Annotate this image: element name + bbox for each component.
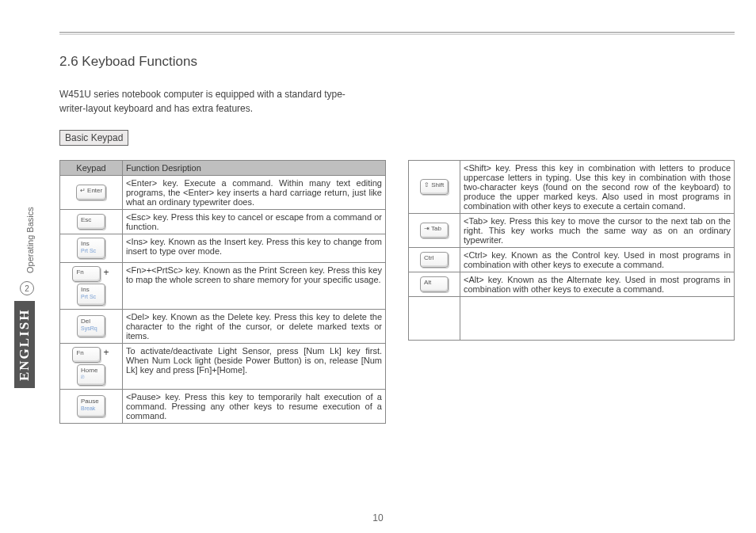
keypad-cell [409, 297, 460, 341]
table-row: ⇥ Tab<Tab> key. Press this key to move t… [409, 214, 735, 248]
description-cell: <Ctrl> key. Known as the Control key. Us… [460, 248, 735, 272]
side-label-block: Operating Basics 2 ENGLISH [14, 178, 35, 376]
table-row [409, 297, 735, 341]
header-description: Function Desription [123, 161, 386, 176]
plus-icon: + [103, 347, 109, 358]
keypad-cell: PauseBreak [60, 390, 123, 424]
description-cell: <Tab> key. Press this key to move the cu… [460, 214, 735, 248]
description-cell: <Pause> key. Press this key to temporari… [123, 390, 386, 424]
description-cell: <Shift> key. Press this key in combinati… [460, 161, 735, 214]
keycap-icon: Fn [72, 347, 101, 363]
table-row: Fn+InsPrt Sc<Fn>+<PrtSc> key. Known as t… [60, 263, 386, 309]
keycap-icon: PauseBreak [77, 395, 105, 417]
description-cell: <Fn>+<PrtSc> key. Known as the Print Scr… [123, 263, 386, 309]
table-row: ↵ Enter<Enter> key. Execute a command. W… [60, 176, 386, 210]
keypad-cell: ↵ Enter [60, 176, 123, 210]
keypad-cell: ⇥ Tab [409, 214, 460, 248]
description-cell: <Esc> key. Press this key to cancel or e… [123, 210, 386, 234]
page-number: 10 [0, 512, 756, 523]
keycap-icon: Esc [77, 214, 105, 230]
keycap-icon: Alt [420, 276, 449, 292]
table-row: Fn+Home⎚To activate/deactivate Light Sen… [60, 343, 386, 389]
table-row: Ctrl<Ctrl> key. Known as the Control key… [409, 248, 735, 272]
table-row: Esc<Esc> key. Press this key to cancel o… [60, 210, 386, 234]
keypad-cell: ⇧ Shift [409, 161, 460, 214]
table-row: PauseBreak<Pause> key. Press this key to… [60, 390, 386, 424]
plus-icon: + [103, 267, 109, 278]
description-cell: <Enter> key. Execute a command. Within m… [123, 176, 386, 210]
keycap-icon: DelSysRq [77, 315, 105, 337]
keycap-icon: Fn [72, 266, 101, 282]
keypad-table-left: Keypad Function Desription ↵ Enter<Enter… [59, 160, 386, 424]
left-column: Keypad Function Desription ↵ Enter<Enter… [59, 160, 386, 424]
description-cell [460, 297, 735, 341]
section-label: Basic Keypad [59, 130, 128, 146]
description-cell: To activate/deactivate Light Sensor, pre… [123, 343, 386, 389]
page-content: 2.6 Keyboad Functions W451U series noteb… [59, 49, 735, 509]
description-cell: <Alt> key. Known as the Alternate key. U… [460, 272, 735, 297]
keycap-icon: Ctrl [420, 252, 449, 268]
right-column: ⇧ Shift<Shift> key. Press this key in co… [408, 160, 735, 424]
keycap-icon: ↵ Enter [76, 185, 106, 200]
keypad-cell: Esc [60, 210, 123, 234]
top-rule [59, 32, 735, 35]
table-row: Alt<Alt> key. Known as the Alternate key… [409, 272, 735, 297]
intro-line-2: writer-layout keyboard and has extra fea… [59, 103, 253, 114]
header-keypad: Keypad [60, 161, 123, 176]
keypad-cell: Fn+Home⎚ [60, 343, 123, 389]
table-row: DelSysRq<Del> key. Known as the Delete k… [60, 309, 386, 343]
intro-line-1: W451U series notebook computer is equipp… [59, 89, 346, 100]
chapter-number-badge: 2 [20, 281, 34, 295]
table-row: ⇧ Shift<Shift> key. Press this key in co… [409, 161, 735, 214]
keypad-cell: Ctrl [409, 248, 460, 272]
keypad-cell: InsPrt Sc [60, 234, 123, 263]
intro-text: W451U series notebook computer is equipp… [59, 87, 735, 116]
keypad-table-right: ⇧ Shift<Shift> key. Press this key in co… [408, 160, 735, 341]
chapter-label: Operating Basics [25, 170, 35, 273]
page-title: 2.6 Keyboad Functions [59, 54, 735, 70]
keycap-icon: ⇧ Shift [420, 179, 449, 195]
keypad-cell: DelSysRq [60, 309, 123, 343]
description-cell: <Del> key. Known as the Delete key. Pres… [123, 309, 386, 343]
language-tab: ENGLISH [14, 301, 35, 388]
keycap-icon: InsPrt Sc [77, 238, 105, 259]
description-cell: <Ins> key. Known as the Insert key. Pres… [123, 234, 386, 263]
table-row: InsPrt Sc<Ins> key. Known as the Insert … [60, 234, 386, 263]
keypad-cell: Fn+InsPrt Sc [60, 263, 123, 309]
keypad-cell: Alt [409, 272, 460, 297]
keycap-icon: ⇥ Tab [420, 223, 449, 238]
keycap-icon: InsPrt Sc [77, 284, 105, 305]
keycap-icon: Home⎚ [77, 364, 105, 386]
